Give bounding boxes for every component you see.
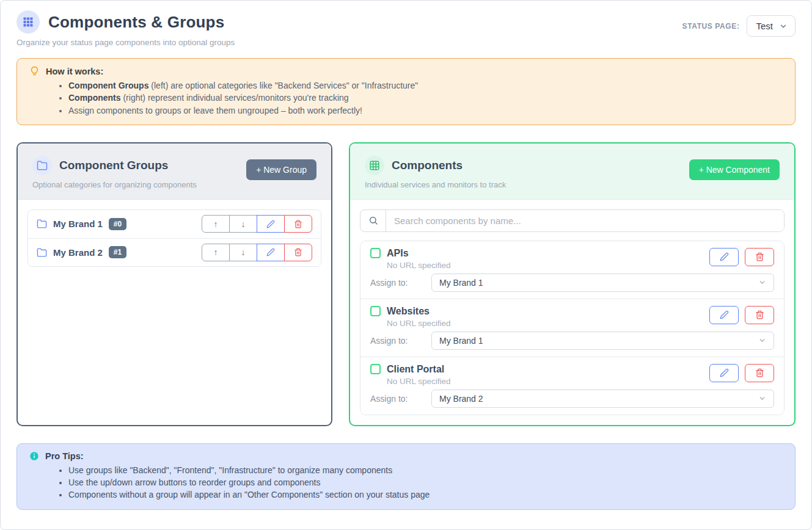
new-group-button[interactable]: + New Group <box>246 159 316 180</box>
down-arrow-icon: ↓ <box>241 247 246 257</box>
component-row: APIs No URL specified <box>360 241 784 299</box>
delete-group-button[interactable] <box>284 215 312 233</box>
pencil-icon <box>266 248 275 256</box>
group-order-badge: #0 <box>109 218 126 230</box>
groups-panel-title: Component Groups <box>59 159 168 172</box>
assign-row: Assign to: My Brand 2 <box>370 390 774 408</box>
component-row: Websites No URL specified <box>360 299 784 357</box>
components-panel-header: Components Individual services and monit… <box>350 143 794 200</box>
delete-component-button[interactable] <box>745 248 774 266</box>
status-page-select[interactable]: Test <box>747 15 796 37</box>
move-up-button[interactable]: ↑ <box>202 215 230 233</box>
component-main: Websites No URL specified <box>370 306 451 328</box>
folder-icon <box>37 247 47 258</box>
groups-panel-subtitle: Optional categories for organizing compo… <box>32 180 197 189</box>
edit-component-button[interactable] <box>709 364 739 382</box>
chevron-down-icon <box>758 336 766 344</box>
new-component-button[interactable]: + New Component <box>689 159 780 180</box>
pencil-icon <box>720 368 729 377</box>
status-page-picker: STATUS PAGE: Test <box>682 15 796 37</box>
down-arrow-icon: ↓ <box>241 219 246 229</box>
how-it-works-callout: How it works: Component Groups (left) ar… <box>16 58 796 125</box>
pro-tips-callout: Pro Tips: Use groups like "Backend", "Fr… <box>16 443 796 510</box>
page-subtitle: Organize your status page components int… <box>16 38 235 47</box>
how-it-works-list: Component Groups (left) are optional cat… <box>68 79 783 117</box>
component-name: Client Portal <box>387 364 444 375</box>
search-icon <box>360 210 386 231</box>
component-checkbox-icon <box>370 306 381 316</box>
group-row: My Brand 1 #0 ↑ ↓ <box>28 210 321 238</box>
group-list: My Brand 1 #0 ↑ ↓ <box>27 209 321 267</box>
component-name: APIs <box>387 248 409 259</box>
component-row: Client Portal No URL specified <box>360 357 784 415</box>
group-actions: ↑ ↓ <box>202 215 312 233</box>
folder-icon <box>37 219 47 229</box>
grid-dots-icon <box>16 10 40 34</box>
assign-group-select[interactable]: My Brand 1 <box>431 274 774 292</box>
edit-group-button[interactable] <box>257 244 285 261</box>
page-header: Components & Groups Organize your status… <box>16 10 796 47</box>
up-arrow-icon: ↑ <box>214 247 218 257</box>
chevron-down-icon <box>779 22 788 31</box>
search-input[interactable] <box>386 210 784 231</box>
components-panel-subtitle: Individual services and monitors to trac… <box>365 180 506 189</box>
trash-icon <box>755 310 764 319</box>
components-panel-title: Components <box>392 159 463 172</box>
assign-row: Assign to: My Brand 1 <box>370 332 774 350</box>
group-name: My Brand 2 <box>53 247 103 258</box>
components-groups-page: Components & Groups Organize your status… <box>0 0 812 530</box>
pro-tips-list: Use groups like "Backend", "Frontend", "… <box>68 464 783 501</box>
move-up-button[interactable]: ↑ <box>202 244 230 261</box>
component-search <box>360 209 785 232</box>
components-panel-body: APIs No URL specified <box>350 200 794 425</box>
component-groups-panel: Component Groups Optional categories for… <box>16 142 332 426</box>
folder-icon <box>32 156 52 175</box>
move-down-button[interactable]: ↓ <box>229 244 257 261</box>
how-it-works-item: Components (right) represent individual … <box>68 92 783 104</box>
group-name: My Brand 1 <box>53 219 103 229</box>
assign-group-select[interactable]: My Brand 1 <box>431 332 774 350</box>
edit-component-button[interactable] <box>709 248 739 266</box>
assigned-group-value: My Brand 1 <box>439 336 483 346</box>
delete-group-button[interactable] <box>284 244 312 261</box>
pencil-icon <box>720 252 729 261</box>
component-actions <box>709 364 774 382</box>
component-actions <box>709 248 774 266</box>
assign-group-select[interactable]: My Brand 2 <box>431 390 774 408</box>
trash-icon <box>294 248 302 256</box>
component-url-status: No URL specified <box>387 377 451 386</box>
group-row: My Brand 2 #1 ↑ ↓ <box>28 238 321 266</box>
delete-component-button[interactable] <box>745 364 774 382</box>
components-panel: Components Individual services and monit… <box>349 142 796 426</box>
table-grid-icon <box>365 156 384 175</box>
up-arrow-icon: ↑ <box>214 219 218 229</box>
assign-to-label: Assign to: <box>370 336 431 346</box>
component-main: Client Portal No URL specified <box>370 364 451 386</box>
move-down-button[interactable]: ↓ <box>229 215 257 233</box>
chevron-down-icon <box>758 394 766 402</box>
header-left: Components & Groups Organize your status… <box>16 10 235 47</box>
lightbulb-icon <box>29 66 40 76</box>
trash-icon <box>755 252 764 261</box>
assign-row: Assign to: My Brand 1 <box>370 274 774 292</box>
assign-to-label: Assign to: <box>370 278 431 288</box>
groups-panel-header: Component Groups Optional categories for… <box>18 143 331 200</box>
edit-group-button[interactable] <box>257 215 285 233</box>
assigned-group-value: My Brand 2 <box>439 394 483 404</box>
delete-component-button[interactable] <box>745 306 774 324</box>
page-title: Components & Groups <box>48 13 224 32</box>
assign-to-label: Assign to: <box>370 394 431 404</box>
group-order-badge: #1 <box>109 246 126 258</box>
status-page-label: STATUS PAGE: <box>682 22 740 31</box>
groups-panel-body: My Brand 1 #0 ↑ ↓ <box>18 200 331 277</box>
chevron-down-icon <box>758 278 766 286</box>
pro-tips-item: Use groups like "Backend", "Frontend", "… <box>68 464 783 476</box>
component-main: APIs No URL specified <box>370 248 451 270</box>
how-it-works-title: How it works: <box>46 67 103 76</box>
info-icon <box>29 451 39 461</box>
trash-icon <box>294 220 302 228</box>
edit-component-button[interactable] <box>709 306 739 324</box>
group-actions: ↑ ↓ <box>202 244 312 261</box>
component-actions <box>709 306 774 324</box>
how-it-works-item: Component Groups (left) are optional cat… <box>68 79 783 92</box>
